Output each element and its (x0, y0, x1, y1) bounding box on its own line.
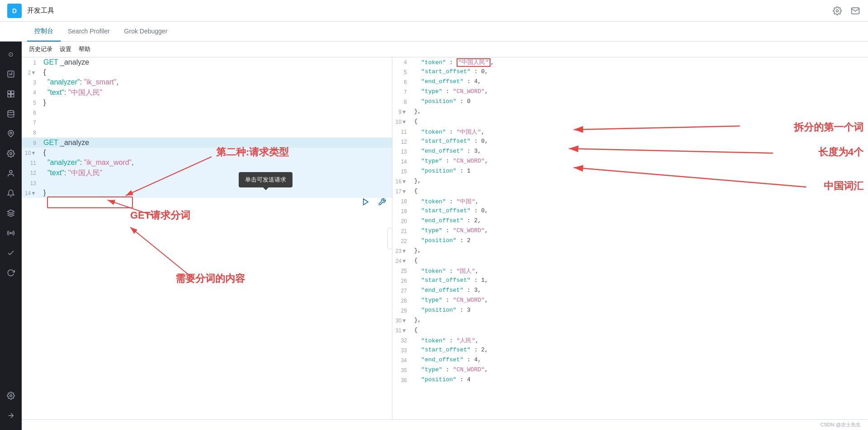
settings-button[interactable]: 设置 (60, 45, 71, 53)
code-line-8: 8 (22, 127, 392, 137)
history-button[interactable]: 历史记录 (29, 45, 52, 53)
out-line-14: 14 "type" : "CN_WORD", (392, 157, 868, 167)
out-line-31: 31▼ { (392, 326, 868, 336)
out-line-36: 36 "position" : 4 (392, 375, 868, 385)
code-line-14: 14▼ } (22, 188, 392, 198)
svg-point-14 (10, 233, 12, 234)
out-line-5: 5 "start_offset" : 0, (392, 67, 868, 77)
sidebar-icon-check[interactable] (2, 244, 20, 262)
toolbar: 历史记录 设置 帮助 (22, 42, 868, 57)
out-line-11: 11 "token" : "中国人", (392, 127, 868, 137)
pane-divider[interactable] (387, 228, 392, 249)
send-request-tooltip: 单击可发送请求 (239, 172, 292, 187)
out-line-23: 23▼ }, (392, 246, 868, 256)
out-line-4: 4 "token" : "中国人民", (392, 57, 868, 67)
code-segment-2: 9 GET _analyze 10▼ { 11 "analyzer": "ik_… (22, 138, 392, 198)
code-line-11: 11 "analyzer": "ik_max_word", (22, 158, 392, 168)
sidebar-icon-home[interactable]: ⊙ (2, 45, 20, 63)
sidebar-icon-radio[interactable] (2, 224, 20, 242)
right-pane[interactable]: 4 "token" : "中国人民", 5 "start_offset" : 0… (392, 57, 868, 419)
out-line-32: 32 "token" : "人民", (392, 336, 868, 346)
out-line-22: 22 "position" : 2 (392, 236, 868, 246)
svg-marker-13 (8, 210, 14, 214)
svg-point-10 (10, 132, 12, 134)
out-line-28: 28 "type" : "CN_WORD", (392, 296, 868, 306)
settings-icon[interactable] (832, 5, 843, 16)
left-pane: 1 GET _analyze 2▼ { 3 "analyzer": "ik_sm… (22, 57, 392, 419)
sidebar-icon-gear-detail[interactable] (2, 145, 20, 163)
sidebar-icon-db[interactable] (2, 105, 20, 123)
sidebar-icon-settings[interactable] (2, 387, 20, 405)
code-line-2: 2▼ { (22, 67, 392, 77)
svg-rect-8 (11, 94, 14, 97)
sidebar-icon-chart[interactable] (2, 65, 20, 83)
mail-icon[interactable] (850, 5, 861, 16)
svg-marker-17 (363, 199, 368, 205)
app-title: 开发工具 (27, 6, 54, 15)
tab-grok-debugger[interactable]: Grok Debugger (117, 22, 175, 42)
sidebar-icon-layers[interactable] (2, 204, 20, 222)
svg-rect-7 (8, 94, 10, 97)
out-line-6: 6 "end_offset" : 4, (392, 77, 868, 87)
svg-point-11 (10, 153, 12, 155)
top-header: D 开发工具 (0, 0, 868, 22)
code-line-4: 4 "text": "中国人民" (22, 87, 392, 98)
content-area: 历史记录 设置 帮助 1 GET _analyze 2▼ { (22, 42, 868, 430)
svg-rect-6 (11, 91, 14, 93)
svg-point-9 (8, 111, 14, 113)
help-button[interactable]: 帮助 (79, 45, 90, 53)
code-line-9: 9 GET _analyze (22, 138, 392, 148)
out-line-10: 10▼ { (392, 117, 868, 127)
tab-console[interactable]: 控制台 (27, 22, 61, 42)
out-line-20: 20 "end_offset" : 2, (392, 216, 868, 226)
out-line-30: 30▼ }, (392, 316, 868, 326)
out-line-17: 17▼ { (392, 187, 868, 196)
out-line-33: 33 "start_offset" : 2, (392, 346, 868, 355)
out-line-18: 18 "token" : "中国", (392, 196, 868, 206)
code-line-13: 13 (22, 178, 392, 188)
code-line-12: 12 "text": "中国人民" (22, 168, 392, 178)
run-button[interactable] (359, 196, 372, 208)
out-line-27: 27 "end_offset" : 3, (392, 286, 868, 296)
out-line-25: 25 "token" : "国人", (392, 266, 868, 276)
code-segment-1: 1 GET _analyze 2▼ { 3 "analyzer": "ik_sm… (22, 57, 392, 138)
sidebar-icon-user[interactable] (2, 164, 20, 182)
wrench-button[interactable] (376, 196, 388, 208)
tab-bar: 控制台 Search Profiler Grok Debugger (0, 22, 868, 42)
code-line-6: 6 (22, 108, 392, 117)
out-line-35: 35 "type" : "CN_WORD", (392, 365, 868, 375)
header-right (832, 5, 861, 16)
svg-rect-5 (8, 91, 10, 93)
out-line-29: 29 "position" : 3 (392, 306, 868, 316)
out-line-9: 9▼ }, (392, 107, 868, 117)
tab-search-profiler[interactable]: Search Profiler (61, 22, 117, 42)
code-line-3: 3 "analyzer": "ik_smart", (22, 77, 392, 87)
sidebar-icon-map[interactable] (2, 125, 20, 143)
out-line-24: 24▼ { (392, 256, 868, 266)
out-line-16: 16▼ }, (392, 177, 868, 187)
out-line-7: 7 "type" : "CN_WORD", (392, 87, 868, 97)
sidebar-icon-arrow[interactable] (2, 407, 20, 425)
code-line-7: 7 (22, 117, 392, 127)
out-line-12: 12 "start_offset" : 0, (392, 137, 868, 147)
code-line-10: 10▼ { (22, 148, 392, 158)
sidebar-icon-grid[interactable] (2, 85, 20, 103)
main-layout: ⊙ (0, 42, 868, 430)
out-line-19: 19 "start_offset" : 0, (392, 206, 868, 216)
svg-point-15 (10, 395, 12, 397)
out-line-8: 8 "position" : 0 (392, 97, 868, 107)
out-line-21: 21 "type" : "CN_WORD", (392, 226, 868, 236)
editor-area: 1 GET _analyze 2▼ { 3 "analyzer": "ik_sm… (22, 57, 868, 419)
sidebar-icon-bell[interactable] (2, 184, 20, 202)
out-line-26: 26 "start_offset" : 1, (392, 276, 868, 286)
out-line-13: 13 "end_offset" : 3, (392, 147, 868, 157)
app-logo: D (7, 4, 22, 18)
out-line-15: 15 "position" : 1 (392, 167, 868, 177)
svg-point-0 (836, 9, 839, 12)
sidebar-icon-refresh[interactable] (2, 264, 20, 282)
sidebar: ⊙ (0, 42, 22, 430)
code-editor[interactable]: 1 GET _analyze 2▼ { 3 "analyzer": "ik_sm… (22, 57, 392, 419)
status-bar: CSDN @吉士先生 (22, 419, 868, 430)
code-line-5: 5 } (22, 98, 392, 108)
code-line-1: 1 GET _analyze (22, 57, 392, 67)
